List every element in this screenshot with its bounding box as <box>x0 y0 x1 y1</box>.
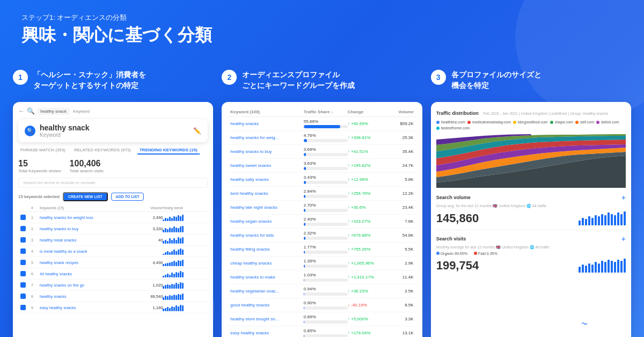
stat-kw-num: 15 <box>18 159 61 169</box>
legend-label: medicalnewstoday.com <box>472 120 511 124</box>
kw-checkbox[interactable] <box>20 294 26 299</box>
kw-checkbox[interactable] <box>20 260 26 265</box>
tt-vol: 8.5K <box>384 303 414 307</box>
tt-row: healthy store bought sn...0.89%↑ +5,000%… <box>227 312 416 326</box>
trend-bar <box>173 238 175 244</box>
kw-text[interactable]: healthy snack recipes <box>40 260 130 265</box>
trend-bar <box>165 228 166 232</box>
tt-share: 2.84% <box>304 189 348 198</box>
tt-share-fill <box>304 195 305 198</box>
kw-text[interactable]: 40 healthy snacks <box>40 272 130 276</box>
tt-vol: 3.3K <box>384 317 414 321</box>
trend-bar <box>178 237 179 244</box>
kw-text[interactable]: healthy snacks for weight loss <box>40 215 130 220</box>
tt-kw[interactable]: healthy salty snacks <box>230 177 304 182</box>
trend-bar <box>182 294 184 300</box>
tt-kw[interactable]: healthy snacks <box>230 121 304 126</box>
tt-kw[interactable]: best healthy snacks <box>230 191 304 196</box>
tt-kw[interactable]: healthy snacks for weig... <box>230 135 304 140</box>
tt-kw[interactable]: healthy late night snacks <box>230 205 304 210</box>
tt-kw[interactable]: cheap healthy snacks <box>230 261 304 266</box>
add-to-list-button[interactable]: ADD TO LIST <box>111 193 144 201</box>
col-trend: Yearly trend <box>163 206 206 210</box>
kw-checkbox[interactable] <box>20 215 26 220</box>
kw-checkbox[interactable] <box>20 248 26 254</box>
tt-kw[interactable]: healthy vegan snacks <box>230 219 304 224</box>
trend-bar <box>163 254 164 255</box>
kw-checkbox[interactable] <box>20 226 26 231</box>
kw-text[interactable]: is meat healthy as a snack <box>40 249 130 254</box>
tt-kw[interactable]: easy healthy snacks <box>230 331 304 335</box>
tt-vol: 24.7K <box>384 163 414 168</box>
tt-kw[interactable]: healthy store bought sn... <box>230 317 304 321</box>
trend-bar <box>178 250 179 255</box>
tt-change: ↑ +103.27% <box>348 219 384 224</box>
section-2-header: 2 オーディエンスプロファイル ごとにキーワードグループを作成 <box>222 70 422 96</box>
trend-bar <box>175 240 177 244</box>
tt-col-kw: Keyword (100) <box>230 109 304 114</box>
kw-filter-input[interactable]: Search for terms to include or exclude <box>18 178 208 188</box>
tt-vol: 5.8K <box>384 177 414 182</box>
kw-text[interactable]: easy healthy snacks <box>40 305 130 310</box>
svt-plus[interactable]: + <box>621 235 626 243</box>
tt-share-bar <box>304 223 348 226</box>
kw-row: 8healthy snacks89,540 <box>18 291 208 302</box>
mini-bar <box>591 265 594 273</box>
search-visits-section: Search visits + Monthly average for last… <box>436 235 626 273</box>
tt-row: healthy late night snacks2.70%↑ +30.6%23… <box>227 201 416 215</box>
tt-share-text: 2.32% <box>304 231 348 236</box>
tt-col-change: Change <box>348 109 384 114</box>
kw-text[interactable]: healthy snacks on the go <box>40 283 130 288</box>
legend-label: self.com <box>580 120 594 124</box>
trend-bar <box>169 238 171 244</box>
tab-trending[interactable]: TRENDING KEYWORDS (15) <box>137 146 200 155</box>
tt-change: ↑ +30.6% <box>348 205 384 210</box>
tt-vol: 2.5K <box>384 289 414 294</box>
tt-kw[interactable]: healthy sweet snacks <box>230 163 304 168</box>
mini-bar <box>620 214 623 225</box>
tt-share: 0.89% <box>304 314 348 324</box>
kw-checkbox[interactable] <box>20 305 26 310</box>
kw-num: 3 <box>31 238 40 242</box>
tt-kw[interactable]: healthy snacks to buy <box>230 149 304 154</box>
trend-bar <box>169 217 171 221</box>
kw-checkbox[interactable] <box>20 282 26 288</box>
tt-kw[interactable]: good healthy snacks <box>230 303 304 307</box>
tt-kw[interactable]: healthy vegetarian snac... <box>230 289 304 294</box>
kw-checkbox[interactable] <box>20 237 26 243</box>
section-3-card: Traffic distribution Feb 2020 - Jan 2021… <box>431 102 631 337</box>
tt-share: 0.85% <box>304 328 348 337</box>
back-arrow[interactable]: ← <box>18 107 25 115</box>
trend-bar <box>163 241 164 244</box>
tt-col-share: Traffic Share ↓ <box>304 109 348 114</box>
tab-related[interactable]: RELATED KEYWORDS (973) <box>72 146 133 155</box>
kw-num: 6 <box>31 272 40 276</box>
tt-kw[interactable]: healthy snacks to make <box>230 275 304 280</box>
sv-plus[interactable]: + <box>621 193 626 202</box>
popup-search-text: healthy snack <box>40 123 90 132</box>
tt-kw[interactable]: healthy filling snacks <box>230 247 304 252</box>
kw-trend <box>163 259 206 266</box>
svt-desc: Monthly average for last 12 months 🇬🇧 Un… <box>436 245 626 250</box>
trend-bar <box>175 272 177 277</box>
tt-share-fill <box>304 153 306 156</box>
tt-share-bar <box>304 139 348 142</box>
tt-change: ↑ +195.82% <box>348 163 384 168</box>
kw-text[interactable]: healthy meat snacks <box>40 238 130 243</box>
trend-bar <box>171 262 173 266</box>
kw-text[interactable]: healthy snacks <box>40 294 130 299</box>
legend-dot <box>513 121 516 124</box>
create-list-button[interactable]: CREATE NEW LIST <box>63 192 108 201</box>
tt-change: ↑ +12.99% <box>348 177 384 182</box>
tt-share-text: 4.76% <box>304 133 348 138</box>
tt-vol: 2.9K <box>384 261 414 266</box>
trend-bar <box>167 263 169 266</box>
edit-icon[interactable]: ✏️ <box>193 127 201 135</box>
tt-share-fill <box>304 139 307 142</box>
tab-phrase-match[interactable]: PHRASE MATCH (353) <box>18 146 68 155</box>
search-volume-section: Search volume + Group avg. for the last … <box>436 193 626 230</box>
kw-checkbox[interactable] <box>20 271 26 276</box>
kw-text[interactable]: healthy snacks to buy <box>40 226 130 231</box>
legend-item: shape.com <box>550 120 573 124</box>
tt-kw[interactable]: healthy snacks for kids <box>230 233 304 238</box>
